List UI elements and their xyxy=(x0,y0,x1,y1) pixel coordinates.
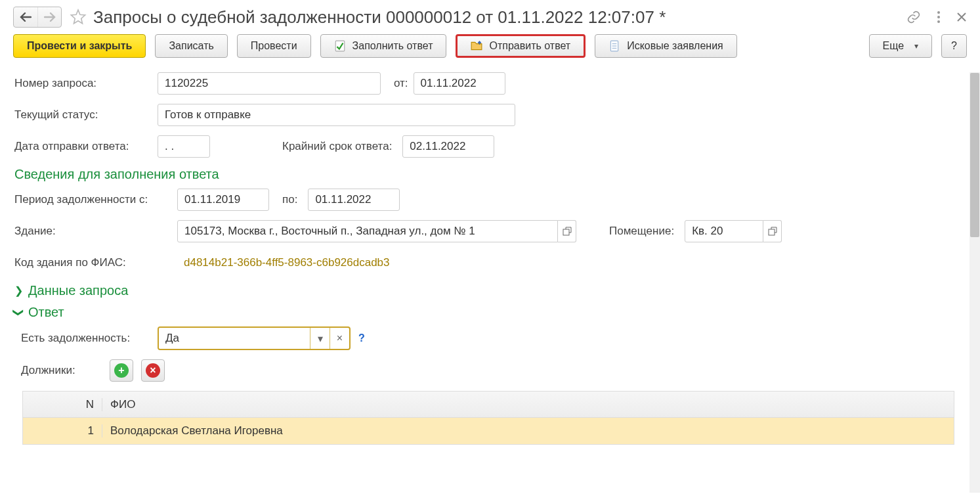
deadline-label: Крайний срок ответа: xyxy=(282,140,392,153)
col-header-fio[interactable]: ФИО xyxy=(102,398,954,411)
svg-point-2 xyxy=(937,20,940,23)
status-label: Текущий статус: xyxy=(14,108,152,122)
fias-code: d4814b21-366b-4ff5-8963-c6b926dcadb3 xyxy=(177,252,396,274)
plus-icon: + xyxy=(114,363,129,378)
more-vert-icon[interactable] xyxy=(937,11,941,24)
svg-rect-8 xyxy=(563,229,569,235)
scrollbar[interactable] xyxy=(969,72,980,493)
building-field[interactable]: 105173, Москва г., Восточный п., Западна… xyxy=(177,220,558,242)
help-link[interactable]: ? xyxy=(358,332,365,344)
cell-n: 1 xyxy=(23,424,102,438)
link-icon[interactable] xyxy=(906,10,921,24)
chevron-right-icon: ❯ xyxy=(14,284,23,297)
has-debt-label: Есть задолженность: xyxy=(21,332,152,345)
scrollbar-thumb[interactable] xyxy=(970,73,979,237)
cell-fio: Володарская Светлана Игоревна xyxy=(102,424,954,438)
sent-date-field[interactable]: . . xyxy=(158,135,210,158)
post-button[interactable]: Провести xyxy=(237,34,311,58)
claims-label: Исковые заявления xyxy=(627,40,723,52)
debtors-table: N ФИО 1 Володарская Светлана Игоревна xyxy=(22,391,954,445)
debt-period-to-label: по: xyxy=(282,193,297,206)
table-header: N ФИО xyxy=(23,392,954,418)
delete-debtor-button[interactable]: × xyxy=(141,359,165,382)
back-button[interactable] xyxy=(14,7,37,27)
document-icon xyxy=(608,40,620,52)
document-check-icon xyxy=(334,40,346,52)
save-button[interactable]: Записать xyxy=(155,34,227,58)
debt-period-from-field[interactable]: 01.11.2019 xyxy=(177,189,269,211)
nav-button-group xyxy=(13,7,62,28)
from-label: от: xyxy=(394,77,408,90)
request-number-field[interactable]: 1120225 xyxy=(158,72,381,95)
page-title: Запросы о судебной задолженности 0000000… xyxy=(93,7,899,28)
add-debtor-button[interactable]: + xyxy=(110,359,133,382)
premises-field[interactable]: Кв. 20 xyxy=(685,220,763,242)
building-label: Здание: xyxy=(14,225,172,238)
fias-label: Код здания по ФИАС: xyxy=(14,256,172,269)
from-date-field[interactable]: 01.11.2022 xyxy=(414,72,505,95)
folder-send-icon xyxy=(471,40,482,52)
col-header-n[interactable]: N xyxy=(23,398,102,411)
fill-response-button[interactable]: Заполнить ответ xyxy=(320,34,447,58)
premises-label: Помещение: xyxy=(609,225,674,238)
send-response-label: Отправить ответ xyxy=(489,40,570,52)
request-number-label: Номер запроса: xyxy=(14,77,152,90)
svg-point-0 xyxy=(937,11,940,14)
has-debt-combo[interactable]: Да ▾ × xyxy=(158,326,351,350)
debtors-label: Должники: xyxy=(21,364,96,377)
dropdown-icon[interactable]: ▾ xyxy=(310,328,330,349)
sent-date-label: Дата отправки ответа: xyxy=(14,140,152,153)
clear-icon[interactable]: × xyxy=(330,328,349,349)
deadline-field[interactable]: 02.11.2022 xyxy=(402,135,494,158)
section-request-data-label: Данные запроса xyxy=(28,283,128,298)
debt-period-from-label: Период задолженности с: xyxy=(14,193,172,206)
section-request-data[interactable]: ❯ Данные запроса xyxy=(14,283,950,298)
building-open-icon[interactable] xyxy=(558,220,576,242)
send-response-button[interactable]: Отправить ответ xyxy=(456,34,586,58)
fill-response-label: Заполнить ответ xyxy=(352,40,433,52)
help-button[interactable]: ? xyxy=(941,34,967,58)
premises-open-icon[interactable] xyxy=(763,220,782,242)
chevron-down-icon: ❯ xyxy=(12,308,25,317)
post-and-close-button[interactable]: Провести и закрыть xyxy=(13,34,146,58)
debt-period-to-field[interactable]: 01.11.2022 xyxy=(308,189,400,211)
section-response-label: Ответ xyxy=(28,305,64,320)
has-debt-value[interactable]: Да xyxy=(159,328,310,349)
status-field[interactable]: Готов к отправке xyxy=(158,104,515,126)
svg-point-1 xyxy=(937,16,940,18)
svg-rect-3 xyxy=(335,41,345,51)
table-row[interactable]: 1 Володарская Светлана Игоревна xyxy=(23,418,954,444)
forward-button[interactable] xyxy=(37,7,61,27)
favorite-star-icon[interactable] xyxy=(70,9,87,26)
section-response-info: Сведения для заполнения ответа xyxy=(14,167,950,182)
svg-rect-9 xyxy=(769,229,775,235)
section-response[interactable]: ❯ Ответ xyxy=(14,305,950,320)
claims-button[interactable]: Исковые заявления xyxy=(595,34,737,58)
arrow-left-icon xyxy=(20,12,32,22)
arrow-right-icon xyxy=(44,12,56,22)
more-button[interactable]: Еще xyxy=(869,34,933,58)
x-icon: × xyxy=(146,363,160,378)
close-icon[interactable] xyxy=(956,12,967,22)
